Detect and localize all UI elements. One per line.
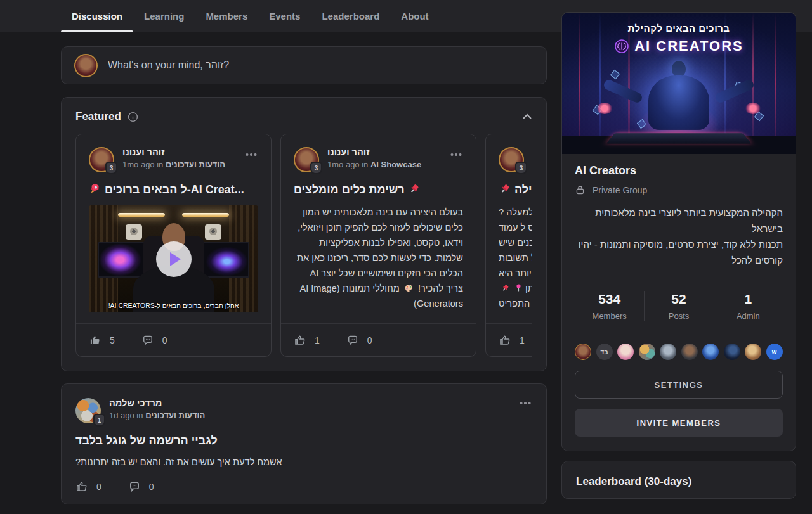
tab-leaderboard[interactable]: Leaderboard — [311, 0, 390, 32]
avatar: 3 — [89, 147, 114, 172]
timestamp: 1d ago in — [109, 411, 143, 420]
group-stats: 534 Members 52 Posts 1 Admin — [575, 279, 783, 333]
comment-button[interactable]: 0 — [141, 334, 167, 347]
like-count: 0 — [96, 482, 102, 492]
group-cover-image: ברוכים הבאים לקהילת AI CREATORS — [562, 13, 796, 154]
group-privacy: Private Group — [575, 184, 783, 195]
post-body-text: ניתן — [525, 283, 532, 293]
tab-label: About — [401, 11, 428, 22]
banner-brand-text: AI CREATORS — [562, 38, 796, 55]
stat-value: 52 — [644, 292, 713, 307]
brain-icon — [614, 39, 629, 54]
post-title: קהילה — [499, 183, 532, 196]
post-body-line: התכנים שיש — [499, 235, 532, 250]
video-caption: אהלן חברים, ברוכים הבאים ל-AI CREATORS! — [89, 302, 258, 309]
tab-about[interactable]: About — [390, 0, 439, 32]
like-count: 5 — [110, 335, 115, 345]
member-avatar[interactable] — [681, 344, 698, 360]
post-meta: 1mo ago in הודעות ועדכונים — [122, 160, 225, 169]
stat-label: Posts — [644, 311, 713, 321]
group-description: הקהילה המקצועית ביותר ליוצרי בינה מלאכות… — [575, 205, 783, 268]
member-avatar[interactable] — [617, 344, 634, 360]
group-sidebar: ברוכים הבאים לקהילת AI CREATORS AI Creat… — [561, 12, 796, 499]
level-badge: 1 — [93, 414, 105, 427]
post-body-line: למעלה ? — [499, 205, 532, 220]
post-body-text: בעולם היצירה עם בינה מלאכותית יש המון כל… — [297, 207, 463, 293]
avatar — [74, 54, 98, 77]
featured-post-card[interactable]: 3 זוהר וענונו 1mo ago in AI Showcase רשי… — [280, 134, 476, 357]
comment-count: 0 — [149, 482, 154, 492]
composer-prompt[interactable]: What's on your mind, זוהר? — [108, 60, 229, 71]
post-composer[interactable]: What's on your mind, זוהר? — [61, 46, 547, 84]
tab-learning[interactable]: Learning — [133, 0, 195, 32]
member-avatar[interactable] — [575, 344, 591, 360]
play-icon[interactable] — [156, 241, 192, 277]
member-avatar[interactable] — [660, 344, 676, 360]
tab-discussion[interactable]: Discussion — [61, 0, 133, 32]
stat-members: 534 Members — [575, 292, 644, 321]
pushpin-icon — [501, 283, 510, 293]
chevron-up-icon[interactable] — [522, 113, 532, 120]
channel-name: הודעות ועדכונים — [145, 411, 205, 420]
comment-button[interactable]: 0 — [128, 480, 154, 493]
post-body-line: קבל תשובות — [499, 250, 532, 266]
post-body-text: בה ביותר היא — [499, 268, 532, 278]
stat-admins: 1 Admin — [714, 292, 783, 321]
featured-post-card[interactable]: 3 זוהר וענונו 1mo קהילה למעלה ? היכנס ל … — [485, 134, 532, 357]
post-title: רשימת כלים מומלצים — [294, 183, 463, 196]
comment-count: 0 — [367, 335, 372, 345]
post-card[interactable]: 1 מרדכי שלמה 1d ago in הודעות ועדכונים ל… — [61, 383, 547, 504]
more-options-icon[interactable] — [518, 399, 532, 407]
more-options-icon[interactable] — [244, 151, 258, 158]
tab-events[interactable]: Events — [258, 0, 311, 32]
member-avatar[interactable] — [724, 344, 740, 360]
tab-members[interactable]: Members — [195, 0, 258, 32]
stat-label: Admin — [714, 311, 783, 321]
featured-section: Featured 3 זוהר וענונו 1mo ago in הודעות… — [61, 97, 547, 371]
pushpin-icon — [408, 183, 421, 195]
post-meta: 1mo ago in AI Showcase — [327, 160, 421, 169]
comment-button[interactable]: 0 — [346, 334, 372, 347]
post-body-line: ניתן — [499, 281, 532, 296]
like-button[interactable]: 1 — [294, 334, 320, 347]
member-avatar[interactable] — [639, 344, 655, 360]
info-icon[interactable] — [128, 112, 138, 122]
member-avatar[interactable] — [745, 344, 761, 360]
post-body: אשמח לדעת איך עושים את זה. והאם יש בזה י… — [75, 457, 532, 467]
round-pin-icon — [514, 283, 523, 293]
pushpin-icon — [499, 183, 511, 195]
post-title-text: קהילה — [514, 183, 532, 196]
member-avatar[interactable] — [702, 344, 719, 360]
featured-post-card[interactable]: 3 זוהר וענונו 1mo ago in הודעות ועדכונים… — [75, 134, 272, 357]
level-badge: 3 — [310, 162, 322, 174]
post-body-text: קבל תשובות — [499, 253, 532, 263]
author-name: מרדכי שלמה — [109, 398, 205, 408]
settings-button[interactable]: SETTINGS — [575, 371, 783, 399]
like-button[interactable]: 5 — [89, 334, 115, 347]
post-body-line: היכנס ל עמוד — [499, 220, 532, 235]
more-options-icon[interactable] — [449, 151, 463, 158]
post-body-line: דרך התפריט — [499, 296, 532, 311]
post-body-text: דרך התפריט — [499, 299, 532, 309]
like-button[interactable]: 0 — [75, 480, 102, 493]
member-avatar[interactable]: ש — [766, 344, 783, 360]
group-name: AI Creators — [575, 164, 783, 177]
avatar-initials: בד — [600, 349, 608, 356]
video-thumbnail[interactable]: אהלן חברים, ברוכים הבאים ל-AI CREATORS! — [89, 205, 258, 312]
post-body-text: היכנס ל עמוד — [499, 222, 532, 233]
post-body-line: בה ביותר היא — [499, 266, 532, 281]
timestamp: 1mo ago in — [327, 160, 368, 169]
like-button[interactable]: 1 — [499, 334, 525, 347]
post-title: ברוכים‎ הבאים‎ ל-AI Creat... — [89, 183, 258, 196]
author-name: זוהר וענונו — [122, 147, 225, 157]
divider — [575, 333, 783, 333]
stat-posts: 52 Posts — [644, 292, 713, 321]
post-title-text: רשימת כלים מומלצים — [294, 183, 405, 196]
post-title-text: ברוכים‎ הבאים‎ ל-AI Creat... — [105, 183, 244, 196]
member-avatar[interactable]: בד — [596, 344, 613, 360]
post-body-text: למעלה ? — [499, 207, 532, 217]
like-count: 1 — [520, 335, 525, 345]
rocket-icon — [89, 183, 102, 195]
invite-members-button[interactable]: INVITE MEMBERS — [575, 409, 783, 437]
avatar: 1 — [75, 398, 101, 423]
